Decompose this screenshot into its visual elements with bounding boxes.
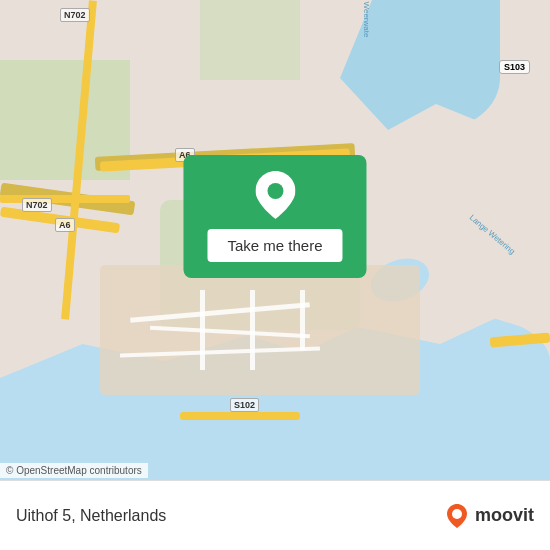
road-label-a6-left: A6 (55, 218, 75, 232)
road-n702-horizontal (0, 195, 130, 203)
thin-road (300, 290, 305, 350)
location-pin-icon (255, 171, 295, 219)
moovit-text: moovit (475, 505, 534, 526)
map-attribution: © OpenStreetMap contributors (0, 463, 148, 478)
water-label-weerwate: Weerwate (363, 2, 372, 38)
moovit-logo: moovit (443, 502, 534, 530)
svg-point-0 (267, 183, 283, 199)
road-label-s103: S103 (499, 60, 530, 74)
road-label-n702: N702 (60, 8, 90, 22)
take-me-there-container: Take me there (183, 155, 366, 278)
thin-road (200, 290, 205, 370)
svg-point-1 (452, 509, 462, 519)
take-me-there-button[interactable]: Take me there (207, 229, 342, 262)
road-label-n702-left: N702 (22, 198, 52, 212)
bottom-bar: Uithof 5, Netherlands moovit (0, 480, 550, 550)
map-container: N702 N702 A6 A6 S102 S103 Weerwate Lange… (0, 0, 550, 550)
road-label-s102: S102 (230, 398, 259, 412)
green-area (200, 0, 300, 80)
thin-road (250, 290, 255, 370)
urban-area (100, 265, 420, 395)
green-box: Take me there (183, 155, 366, 278)
moovit-pin-icon (443, 502, 471, 530)
location-name: Uithof 5, Netherlands (16, 507, 166, 525)
road-s102 (180, 412, 300, 420)
